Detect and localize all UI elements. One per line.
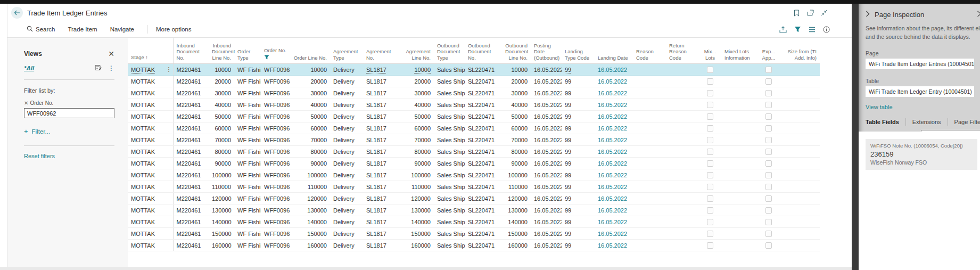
column-header-posting_date_outbound[interactable]: Posting Date (Outbound) — [531, 38, 562, 64]
cell-landing_date[interactable]: 16.05.2022 — [595, 76, 633, 87]
cell-agreement_no[interactable]: SL1817 — [363, 122, 398, 134]
cell-agreement_type[interactable]: Delivery — [330, 146, 363, 158]
cell-landing_type_code[interactable]: 99 — [562, 193, 595, 204]
cell-reason_code[interactable] — [633, 216, 666, 228]
cell-exp_app[interactable] — [757, 204, 780, 216]
cell-agreement_line_no[interactable]: 20000 — [398, 76, 434, 87]
cell-agreement_line_no[interactable]: 50000 — [398, 111, 434, 122]
table-row[interactable]: MOTTAKM220461110000WF Fishing ...WFF0096… — [128, 181, 820, 193]
cell-outbound_document_type[interactable]: Sales Ship... — [434, 169, 465, 181]
cell-mixed_lots_information[interactable] — [721, 99, 757, 111]
cell-agreement_type[interactable]: Delivery — [330, 193, 363, 204]
cell-reason_code[interactable] — [633, 134, 666, 146]
cell-order_no[interactable]: WFF00962 — [261, 146, 290, 158]
panel-close-icon[interactable] — [977, 10, 980, 19]
tab-table-fields[interactable]: Table Fields — [866, 119, 899, 125]
cell-exp_app[interactable] — [757, 181, 780, 193]
cell-outbound_document_line_no[interactable]: 80000 — [502, 146, 531, 158]
cell-inbound_document_line_no[interactable]: 100000 — [209, 169, 234, 181]
cell-stage[interactable]: MOTTAK — [128, 146, 173, 158]
cell-return_reason_code[interactable] — [666, 111, 699, 122]
table-row[interactable]: MOTTAK⋮M22046110000WF Fishing ...WFF0096… — [128, 64, 820, 76]
cell-exp_app[interactable] — [757, 87, 780, 99]
mix-lots-checkbox[interactable] — [707, 231, 713, 237]
table-row[interactable]: MOTTAKM220461140000WF Fishing ...WFF0096… — [128, 216, 820, 228]
cell-outbound_document_type[interactable]: Sales Ship... — [434, 87, 465, 99]
cell-mix_lots[interactable] — [699, 158, 721, 169]
cell-agreement_type[interactable]: Delivery — [330, 99, 363, 111]
cell-reason_code[interactable] — [633, 111, 666, 122]
cell-inbound_document_no[interactable]: M220461 — [173, 228, 209, 240]
mix-lots-checkbox[interactable] — [707, 160, 713, 167]
cell-return_reason_code[interactable] — [666, 169, 699, 181]
cell-order_type[interactable]: WF Fishing ... — [234, 204, 261, 216]
cell-mix_lots[interactable] — [699, 64, 721, 76]
cell-posting_date_outbound[interactable]: 16.05.2022 — [531, 204, 562, 216]
cell-mix_lots[interactable] — [699, 181, 721, 193]
cell-agreement_line_no[interactable]: 140000 — [398, 216, 434, 228]
cell-agreement_line_no[interactable]: 130000 — [398, 204, 434, 216]
cell-order_no[interactable]: WFF00962 — [261, 193, 290, 204]
cell-agreement_no[interactable]: SL1817 — [363, 193, 398, 204]
cell-landing_type_code[interactable]: 99 — [562, 169, 595, 181]
cell-stage[interactable]: MOTTAK — [128, 134, 173, 146]
cell-reason_code[interactable] — [633, 240, 666, 251]
cell-outbound_document_line_no[interactable]: 40000 — [502, 99, 531, 111]
cell-agreement_type[interactable]: Delivery — [330, 169, 363, 181]
table-row[interactable]: MOTTAKM22046140000WF Fishing ...WFF00962… — [128, 99, 820, 111]
cell-agreement_no[interactable]: SL1817 — [363, 228, 398, 240]
exp-app-checkbox[interactable] — [765, 184, 772, 190]
cell-order_type[interactable]: WF Fishing ... — [234, 240, 261, 251]
cell-stage[interactable]: MOTTAK — [128, 169, 173, 181]
cell-mix_lots[interactable] — [699, 87, 721, 99]
table-row[interactable]: MOTTAKM22046120000WF Fishing ...WFF00962… — [128, 76, 820, 87]
cell-inbound_document_line_no[interactable]: 90000 — [209, 158, 234, 169]
cell-outbound_document_line_no[interactable]: 150000 — [502, 228, 531, 240]
cell-stage[interactable]: MOTTAK — [128, 99, 173, 111]
cell-exp_app[interactable] — [757, 122, 780, 134]
column-header-stage[interactable]: Stage ↑ — [128, 38, 173, 64]
cell-agreement_line_no[interactable]: 10000 — [398, 64, 434, 76]
cell-reason_code[interactable] — [633, 158, 666, 169]
cell-order_no[interactable]: WFF00962 — [261, 64, 290, 76]
cell-outbound_document_line_no[interactable]: 60000 — [502, 122, 531, 134]
view-table-link[interactable]: View table — [859, 97, 980, 110]
cell-landing_type_code[interactable]: 99 — [562, 122, 595, 134]
cell-outbound_document_type[interactable]: Sales Ship... — [434, 99, 465, 111]
column-header-agreement_line_no[interactable]: Agreement Line No. — [398, 38, 434, 64]
cell-landing_type_code[interactable]: 99 — [562, 76, 595, 87]
cell-order_line_no[interactable]: 130000 — [290, 204, 330, 216]
cell-landing_date[interactable]: 16.05.2022 — [595, 193, 633, 204]
mix-lots-checkbox[interactable] — [707, 125, 713, 132]
column-header-outbound_document_line_no[interactable]: Outbound Document Line No. — [502, 38, 531, 64]
cell-exp_app[interactable] — [757, 111, 780, 122]
order-no-filter-input[interactable] — [24, 108, 114, 118]
cell-outbound_document_type[interactable]: Sales Ship... — [434, 146, 465, 158]
cell-mixed_lots_information[interactable] — [721, 158, 757, 169]
cell-exp_app[interactable] — [757, 99, 780, 111]
cell-inbound_document_line_no[interactable]: 60000 — [209, 122, 234, 134]
column-header-return_reason_code[interactable]: Return Reason Code — [666, 38, 699, 64]
cell-stage[interactable]: MOTTAK — [128, 122, 173, 134]
cell-order_type[interactable]: WF Fishing ... — [234, 64, 261, 76]
cell-reason_code[interactable] — [633, 87, 666, 99]
column-header-mixed_lots_information[interactable]: Mixed Lots Information — [721, 38, 757, 64]
cell-size_from_ti_add_info[interactable] — [780, 64, 820, 76]
cell-landing_type_code[interactable]: 99 — [562, 240, 595, 251]
cell-mixed_lots_information[interactable] — [721, 76, 757, 87]
cell-inbound_document_no[interactable]: M220461 — [173, 181, 209, 193]
cell-mix_lots[interactable] — [699, 111, 721, 122]
cell-agreement_line_no[interactable]: 100000 — [398, 169, 434, 181]
cell-reason_code[interactable] — [633, 204, 666, 216]
cell-inbound_document_line_no[interactable]: 120000 — [209, 193, 234, 204]
cell-mixed_lots_information[interactable] — [721, 64, 757, 76]
cell-outbound_document_line_no[interactable]: 10000 — [502, 64, 531, 76]
cell-size_from_ti_add_info[interactable] — [780, 87, 820, 99]
cell-agreement_no[interactable]: SL1817 — [363, 158, 398, 169]
cell-size_from_ti_add_info[interactable] — [780, 216, 820, 228]
cell-order_line_no[interactable]: 40000 — [290, 99, 330, 111]
cell-return_reason_code[interactable] — [666, 181, 699, 193]
cell-order_no[interactable]: WFF00962 — [261, 240, 290, 251]
cell-size_from_ti_add_info[interactable] — [780, 158, 820, 169]
cell-exp_app[interactable] — [757, 76, 780, 87]
